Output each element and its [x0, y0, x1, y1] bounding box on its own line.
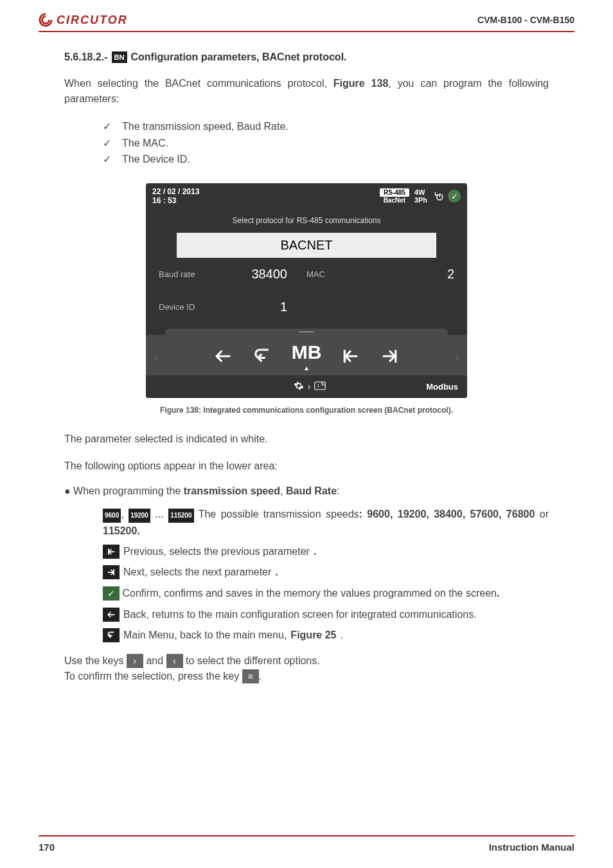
caret-up-icon: ▲	[303, 365, 310, 372]
next-button-icon[interactable]	[103, 565, 120, 579]
confirm-status-icon: ✓	[448, 190, 461, 203]
rs485-indicator: RS-485 BacNet	[380, 188, 409, 204]
bullet-baudrate: When programming the transmission speed,…	[64, 485, 549, 497]
opt-next: Next, selects the next parameter.	[103, 565, 549, 580]
key-menu-icon[interactable]: ≡	[242, 669, 259, 683]
device-datetime: 22 / 02 / 2013 16 : 53	[152, 187, 199, 206]
previous-icon[interactable]	[339, 347, 361, 366]
device-prompt: Select protocol for RS-485 communication…	[146, 210, 467, 233]
protocol-display: BACNET	[177, 233, 436, 258]
wiring-3ph: 3Ph	[414, 196, 427, 204]
section-title-text: Configuration parameters, BACnet protoco…	[131, 51, 347, 63]
wiring-4w: 4W	[414, 188, 427, 196]
para-selected: The parameter selected is indicated in w…	[64, 431, 549, 447]
device-time: 16 : 53	[152, 196, 199, 205]
footer-label: Instruction Manual	[489, 842, 574, 853]
opt-back: Back, returns to the main configuration …	[103, 607, 549, 622]
nav-icon-row: MB ▲	[161, 341, 453, 372]
main-menu-icon[interactable]	[252, 347, 274, 366]
brand-name: CIRCUTOR	[57, 14, 128, 27]
brand-logo: CIRCUTOR	[39, 13, 128, 27]
back-icon[interactable]	[212, 347, 234, 366]
logo-icon	[39, 13, 53, 27]
speed-115200-button[interactable]: 115200	[168, 509, 193, 523]
opt-confirm: ✓ Confirm, confirms and saves in the mem…	[103, 585, 549, 602]
svg-text:1: 1	[317, 383, 320, 388]
baud-label: Baud rate	[159, 269, 229, 279]
confirm-button-icon[interactable]: ✓	[103, 586, 120, 601]
bacnet-label: BacNet	[380, 197, 409, 204]
mb-button[interactable]: MB ▲	[292, 341, 322, 372]
page-header: CIRCUTOR CVM-B100 - CVM-B150	[39, 13, 574, 32]
check-item: The Device ID.	[103, 151, 549, 168]
demand-icon	[432, 190, 444, 202]
section-number: 5.6.18.2.-	[64, 51, 108, 63]
page-footer: 170 Instruction Manual	[39, 835, 574, 853]
comm-icon: 1	[314, 381, 326, 392]
figure-caption: Figure 138: Integrated communications co…	[64, 406, 549, 415]
back-button-icon[interactable]	[103, 608, 120, 622]
device-screenshot: 22 / 02 / 2013 16 : 53 RS-485 BacNet 4W …	[146, 183, 467, 398]
next-icon[interactable]	[379, 347, 401, 366]
device-date: 22 / 02 / 2013	[152, 187, 199, 196]
deviceid-value: 1	[229, 300, 306, 314]
device-breadcrumb: › 1	[294, 381, 326, 393]
para-lower: The following options appear in the lowe…	[64, 458, 549, 474]
nav-scroll-right-icon[interactable]: ›	[452, 349, 462, 364]
device-statusbar: 22 / 02 / 2013 16 : 53 RS-485 BacNet 4W …	[146, 183, 467, 210]
bn-badge: BN	[112, 51, 127, 63]
device-tab-handle	[165, 329, 448, 335]
speed-9600-button[interactable]: 9600	[103, 509, 121, 523]
chevron-right-icon: ›	[308, 381, 311, 392]
options-block: 9600, 19200 ... 115200 The possible tran…	[103, 506, 549, 643]
content: 5.6.18.2.- BN Configuration parameters, …	[39, 51, 574, 684]
baud-value: 38400	[229, 267, 306, 282]
mac-label: MAC	[306, 269, 358, 279]
intro-paragraph: When selecting the BACnet communications…	[64, 76, 549, 107]
previous-button-icon[interactable]	[103, 545, 120, 559]
device-footer: › 1 Modbus	[146, 375, 467, 398]
svg-rect-1	[315, 382, 326, 390]
opt-speeds: 9600, 19200 ... 115200 The possible tran…	[103, 506, 549, 539]
key-left-icon[interactable]: ‹	[166, 654, 183, 668]
check-item: The transmission speed, Baud Rate.	[103, 118, 549, 135]
main-menu-button-icon[interactable]	[103, 628, 120, 642]
parameter-checklist: The transmission speed, Baud Rate. The M…	[103, 118, 549, 168]
key-right-icon[interactable]: ›	[127, 654, 143, 668]
device-status-center: RS-485 BacNet 4W 3Ph ✓	[380, 188, 461, 204]
mac-value: 2	[358, 267, 454, 282]
device-row-devid: Device ID 1	[146, 291, 467, 323]
intro-figref: Figure 138	[333, 78, 389, 89]
gear-icon	[294, 381, 304, 393]
wiring-indicator: 4W 3Ph	[414, 188, 427, 204]
mb-label: MB	[292, 341, 322, 363]
keys-paragraph: Use the keys › and ‹ to select the diffe…	[64, 653, 549, 684]
page: CIRCUTOR CVM-B100 - CVM-B150 5.6.18.2.- …	[0, 0, 613, 868]
opt-mainmenu: Main Menu, back to the main menu, Figure…	[103, 628, 549, 643]
intro-pre: When selecting the BACnet communications…	[64, 78, 333, 89]
document-model: CVM-B100 - CVM-B150	[477, 15, 574, 25]
status-icons: ✓	[432, 190, 461, 203]
page-number: 170	[39, 842, 55, 853]
nav-scroll-left-icon[interactable]: ‹	[151, 349, 161, 364]
check-item: The MAC.	[103, 135, 549, 152]
footer-mode-label: Modbus	[426, 382, 458, 392]
speed-19200-button[interactable]: 19200	[129, 509, 150, 523]
device-navbar: ‹ MB ▲	[146, 335, 467, 375]
section-heading: 5.6.18.2.- BN Configuration parameters, …	[64, 51, 549, 63]
deviceid-label: Device ID	[159, 302, 229, 312]
opt-previous: Previous, selects the previous parameter…	[103, 544, 549, 559]
device-row-baud-mac: Baud rate 38400 MAC 2	[146, 258, 467, 291]
rs485-label: RS-485	[380, 188, 409, 197]
